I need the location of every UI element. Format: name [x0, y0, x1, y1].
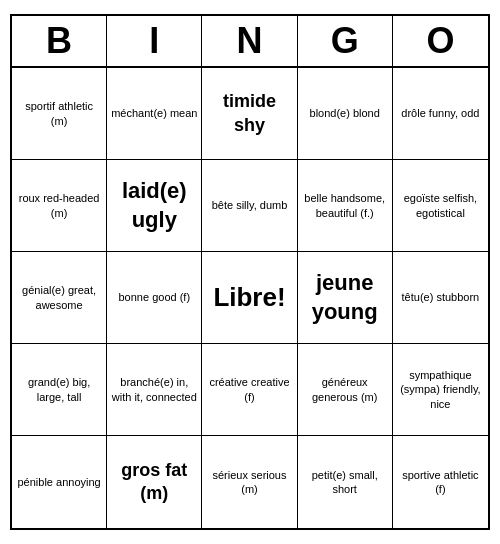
cell-content: drôle funny, odd: [401, 106, 479, 120]
bingo-cell: petit(e) small, short: [298, 436, 393, 528]
header-letter: O: [393, 16, 488, 66]
cell-content: roux red-headed (m): [16, 191, 102, 220]
cell-content: méchant(e) mean: [111, 106, 197, 120]
bingo-cell: jeune young: [298, 252, 393, 344]
cell-content: génial(e) great, awesome: [16, 283, 102, 312]
bingo-card: BINGO sportif athletic (m)méchant(e) mea…: [10, 14, 490, 530]
bingo-cell: Libre!: [202, 252, 297, 344]
cell-content: petit(e) small, short: [302, 468, 388, 497]
bingo-cell: grand(e) big, large, tall: [12, 344, 107, 436]
bingo-cell: bête silly, dumb: [202, 160, 297, 252]
cell-content: belle handsome, beautiful (f.): [302, 191, 388, 220]
bingo-cell: blond(e) blond: [298, 68, 393, 160]
cell-content: branché(e) in, with it, connected: [111, 375, 197, 404]
cell-content: Libre!: [213, 281, 285, 315]
header-letter: N: [202, 16, 297, 66]
bingo-cell: gros fat (m): [107, 436, 202, 528]
bingo-header: BINGO: [12, 16, 488, 68]
bingo-cell: généreux generous (m): [298, 344, 393, 436]
cell-content: sérieux serious (m): [206, 468, 292, 497]
cell-content: sympathique (sympa) friendly, nice: [397, 368, 484, 411]
cell-content: têtu(e) stubborn: [402, 290, 480, 304]
cell-content: créative creative (f): [206, 375, 292, 404]
header-letter: G: [298, 16, 393, 66]
cell-content: généreux generous (m): [302, 375, 388, 404]
cell-content: blond(e) blond: [310, 106, 380, 120]
cell-content: gros fat (m): [111, 459, 197, 506]
bingo-cell: bonne good (f): [107, 252, 202, 344]
bingo-cell: génial(e) great, awesome: [12, 252, 107, 344]
cell-content: timide shy: [206, 90, 292, 137]
bingo-cell: pénible annoying: [12, 436, 107, 528]
bingo-cell: egoïste selfish, egotistical: [393, 160, 488, 252]
cell-content: bonne good (f): [119, 290, 191, 304]
header-letter: I: [107, 16, 202, 66]
bingo-cell: sympathique (sympa) friendly, nice: [393, 344, 488, 436]
bingo-cell: têtu(e) stubborn: [393, 252, 488, 344]
cell-content: egoïste selfish, egotistical: [397, 191, 484, 220]
header-letter: B: [12, 16, 107, 66]
bingo-grid: sportif athletic (m)méchant(e) meantimid…: [12, 68, 488, 528]
bingo-cell: laid(e) ugly: [107, 160, 202, 252]
bingo-cell: belle handsome, beautiful (f.): [298, 160, 393, 252]
cell-content: pénible annoying: [18, 475, 101, 489]
bingo-cell: créative creative (f): [202, 344, 297, 436]
cell-content: sportif athletic (m): [16, 99, 102, 128]
bingo-cell: sportif athletic (m): [12, 68, 107, 160]
bingo-cell: timide shy: [202, 68, 297, 160]
bingo-cell: roux red-headed (m): [12, 160, 107, 252]
bingo-cell: sportive athletic (f): [393, 436, 488, 528]
bingo-cell: sérieux serious (m): [202, 436, 297, 528]
bingo-cell: drôle funny, odd: [393, 68, 488, 160]
bingo-cell: méchant(e) mean: [107, 68, 202, 160]
cell-content: laid(e) ugly: [111, 177, 197, 234]
cell-content: sportive athletic (f): [397, 468, 484, 497]
cell-content: jeune young: [302, 269, 388, 326]
cell-content: bête silly, dumb: [212, 198, 288, 212]
bingo-cell: branché(e) in, with it, connected: [107, 344, 202, 436]
cell-content: grand(e) big, large, tall: [16, 375, 102, 404]
